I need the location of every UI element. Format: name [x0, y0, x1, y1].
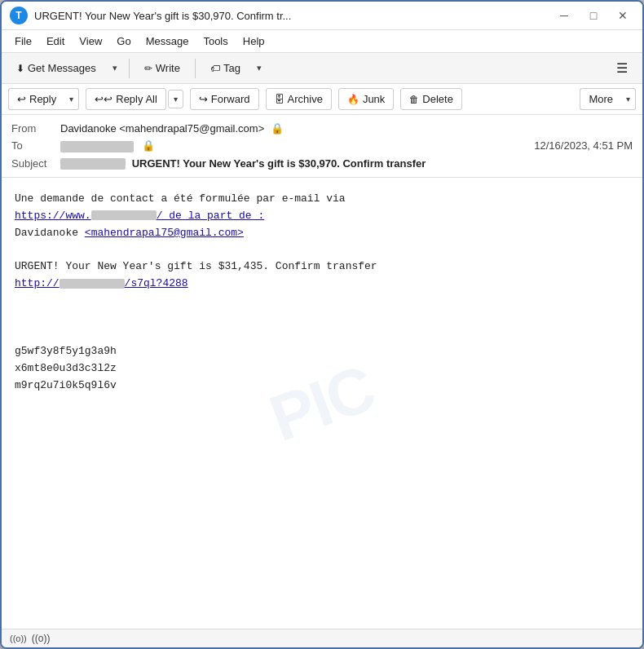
status-label: ((o)) — [32, 633, 51, 644]
email-window: T URGENT! Your New Year's gift is $30,97… — [0, 0, 644, 649]
to-row: To 🔒 12/16/2023, 4:51 PM — [11, 137, 633, 155]
menu-tools[interactable]: Tools — [196, 32, 234, 51]
reply-all-icon — [95, 93, 112, 105]
reply-all-dropdown[interactable]: ▾ — [168, 90, 183, 108]
to-redacted — [60, 141, 134, 152]
body-line1: Une demande de contact a été formulée pa… — [15, 191, 629, 208]
main-toolbar: Get Messages ▾ Write Tag ▾ — [2, 53, 642, 84]
get-messages-dropdown[interactable]: ▾ — [108, 59, 122, 77]
reply-dropdown[interactable]: ▾ — [64, 88, 79, 110]
get-messages-button[interactable]: Get Messages — [8, 58, 104, 78]
body-hash1: g5wf3y8f5y1g3a9h — [15, 343, 629, 360]
more-group: More ▾ — [580, 88, 636, 110]
write-icon — [144, 62, 152, 74]
link2-redacted — [60, 279, 125, 289]
signal-sym-icon — [10, 633, 27, 644]
body-sender-line: Davidanoke <mahendrapal75@gmail.com> — [15, 225, 629, 242]
forward-button[interactable]: Forward — [190, 88, 259, 110]
subject-text: URGENT! Your New Year's gift is $30,970.… — [132, 157, 426, 170]
archive-button[interactable]: Archive — [266, 88, 332, 110]
action-bar: Reply ▾ Reply All ▾ Forward Archive Junk… — [2, 84, 642, 115]
body-link2[interactable]: http:///s7ql?4288 — [15, 277, 188, 289]
close-button[interactable]: ✕ — [611, 7, 634, 24]
tag-button[interactable]: Tag — [202, 58, 249, 78]
body-line2: URGENT! Your New Year's gift is $31,435.… — [15, 258, 629, 276]
subject-value: URGENT! Your New Year's gift is $30,970.… — [60, 157, 633, 170]
to-label: To — [11, 139, 60, 152]
from-value: Davidanoke <mahendrapal75@gmail.com> 🔒 — [60, 122, 633, 135]
body-link1[interactable]: https://www./ de la part de : — [15, 210, 264, 222]
from-row: From Davidanoke <mahendrapal75@gmail.com… — [11, 120, 633, 137]
body-hash3: m9rq2u7i0k5q9l6v — [15, 377, 629, 395]
tag-icon — [210, 62, 220, 74]
toolbar-sep-2 — [195, 59, 196, 78]
delete-icon — [409, 93, 419, 105]
menu-view[interactable]: View — [73, 32, 108, 51]
email-date: 12/16/2023, 4:51 PM — [534, 139, 633, 152]
email-header: From Davidanoke <mahendrapal75@gmail.com… — [2, 115, 642, 178]
toolbar-sep-1 — [129, 59, 130, 78]
subject-redacted — [60, 158, 126, 170]
body-content: Une demande de contact a été formulée pa… — [15, 191, 629, 395]
more-dropdown[interactable]: ▾ — [621, 88, 636, 110]
subject-row: Subject URGENT! Your New Year's gift is … — [11, 155, 633, 173]
reply-group: Reply ▾ — [8, 88, 79, 110]
from-lock-icon: 🔒 — [271, 122, 284, 135]
from-text: Davidanoke <mahendrapal75@gmail.com> — [60, 122, 264, 135]
reply-button[interactable]: Reply — [8, 88, 64, 110]
archive-icon — [275, 93, 285, 105]
forward-icon — [199, 93, 208, 105]
to-value: 🔒 — [60, 139, 534, 152]
title-bar: T URGENT! Your New Year's gift is $30,97… — [2, 2, 642, 30]
body-link1-line: https://www./ de la part de : — [15, 208, 629, 225]
window-title: URGENT! Your New Year's gift is $30,970.… — [34, 10, 546, 22]
reply-all-button[interactable]: Reply All — [86, 88, 166, 110]
body-link2-line: http:///s7ql?4288 — [15, 276, 629, 293]
link1-redacted — [91, 210, 157, 220]
menu-go[interactable]: Go — [110, 32, 137, 51]
menu-help[interactable]: Help — [236, 32, 271, 51]
from-label: From — [11, 122, 60, 135]
app-icon: T — [10, 7, 28, 24]
hamburger-menu-button[interactable] — [608, 56, 636, 80]
menu-message[interactable]: Message — [139, 32, 196, 51]
window-controls: ─ □ ✕ — [553, 7, 634, 24]
menu-file[interactable]: File — [8, 32, 38, 51]
more-button[interactable]: More — [580, 88, 621, 110]
write-button[interactable]: Write — [136, 58, 188, 78]
signal-icon — [10, 633, 27, 644]
hamburger-icon — [616, 60, 628, 76]
minimize-button[interactable]: ─ — [553, 7, 576, 24]
status-bar: ((o)) — [2, 629, 642, 647]
delete-button[interactable]: Delete — [400, 88, 462, 110]
get-messages-icon — [16, 62, 24, 74]
junk-button[interactable]: Junk — [338, 88, 394, 110]
body-hash2: x6mt8e0u3d3c3l2z — [15, 360, 629, 377]
reply-icon — [17, 93, 26, 105]
subject-label: Subject — [11, 157, 60, 170]
menu-bar: File Edit View Go Message Tools Help — [2, 30, 642, 53]
to-lock-icon: 🔒 — [142, 139, 155, 152]
junk-icon — [347, 93, 359, 105]
menu-edit[interactable]: Edit — [40, 32, 71, 51]
email-body: PIC Une demande de contact a été formulé… — [2, 178, 642, 629]
body-sender-email[interactable]: <mahendrapal75@gmail.com> — [85, 227, 244, 239]
tag-dropdown[interactable]: ▾ — [252, 59, 267, 77]
maximize-button[interactable]: □ — [582, 7, 605, 24]
